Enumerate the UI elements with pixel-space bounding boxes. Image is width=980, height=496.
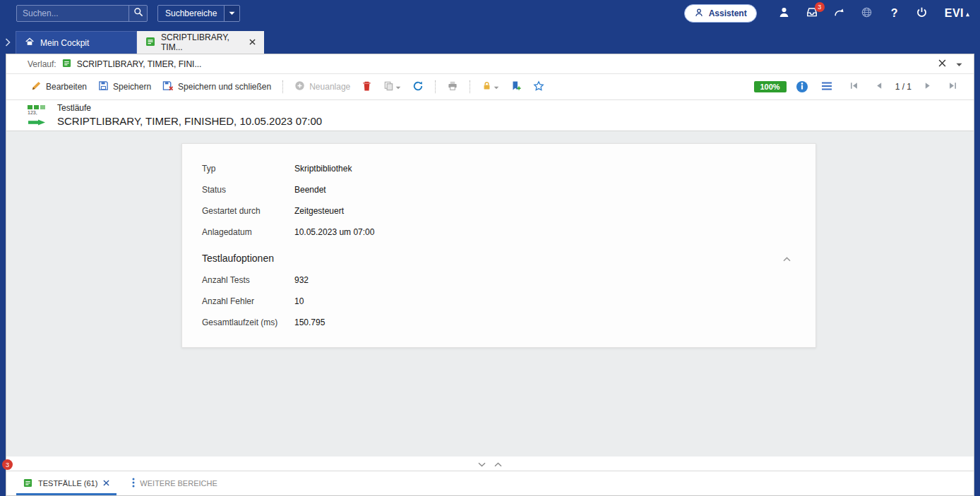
corner-notification-badge[interactable]: 3 — [2, 459, 13, 470]
lock-icon — [482, 80, 492, 93]
print-button — [443, 78, 462, 96]
last-page-icon — [948, 81, 957, 92]
globe-button[interactable] — [859, 6, 875, 21]
field-label: Anzahl Tests — [202, 275, 294, 285]
chevron-down-icon — [395, 82, 401, 92]
testrun-tab-icon — [145, 37, 155, 49]
section-title: Testlaufoptionen — [202, 253, 274, 264]
close-history-button[interactable] — [938, 59, 946, 69]
copy-icon — [383, 80, 394, 93]
info-icon — [801, 82, 803, 92]
lock-dropdown-button[interactable] — [478, 78, 503, 96]
search-input[interactable] — [17, 8, 129, 18]
assistant-button[interactable]: Assistent — [684, 4, 757, 23]
assistant-label: Assistent — [709, 8, 747, 18]
collapse-down-button[interactable] — [478, 457, 486, 470]
field-label: Anlagedatum — [202, 227, 294, 237]
close-icon — [249, 37, 256, 47]
field-label: Gesamtlaufzeit (ms) — [202, 317, 294, 327]
delete-button[interactable] — [358, 78, 376, 97]
info-button[interactable] — [796, 81, 808, 92]
last-page-button[interactable] — [945, 78, 961, 95]
copy-dropdown-button[interactable] — [380, 78, 405, 96]
zoom-level-badge[interactable]: 100% — [754, 81, 787, 92]
printer-icon — [447, 80, 458, 93]
more-areas-label: WEITERE BEREICHE — [140, 479, 217, 488]
record-content-area: Typ Skriptbibliothek Status Beendet Gest… — [6, 131, 974, 456]
chevron-up-icon — [783, 252, 791, 265]
record-pagination: 1 / 1 — [846, 78, 961, 95]
record-toolbar: Bearbeiten Speichern Speichern und schli… — [6, 74, 974, 100]
expand-up-button[interactable] — [494, 457, 502, 470]
history-controls — [938, 59, 967, 69]
brand-mark-icon — [965, 7, 970, 20]
field-value: Beendet — [294, 185, 326, 195]
field-value: 10.05.2023 um 07:00 — [294, 227, 374, 237]
save-close-label: Speichern und schließen — [178, 82, 271, 92]
record-icon-squares — [28, 105, 49, 109]
record-header: 123, Testläufe SCRIPTLIBRARY, TIMER, FIN… — [6, 100, 974, 131]
redo-button[interactable] — [832, 6, 847, 21]
next-page-icon — [924, 81, 932, 92]
search-icon — [133, 7, 143, 20]
field-value: 932 — [294, 275, 309, 285]
close-tab-button[interactable] — [103, 479, 109, 488]
edit-button[interactable]: Bearbeiten — [28, 78, 90, 96]
more-areas-button[interactable]: WEITERE BEREICHE — [132, 478, 217, 489]
active-tab-underline — [16, 493, 116, 495]
chevron-down-icon — [224, 6, 239, 21]
help-button[interactable]: ? — [887, 6, 902, 21]
record-icon-digits: 123, — [28, 110, 49, 116]
record-title: SCRIPTLIBRARY, TIMER, FINISHED, 10.05.20… — [57, 114, 322, 128]
application-window: Suchbereiche Assistent 3 — [0, 0, 980, 496]
bookmark-add-button[interactable] — [507, 78, 525, 97]
field-value: Zeitgesteuert — [294, 206, 344, 216]
field-row: Typ Skriptbibliothek — [202, 158, 796, 179]
pencil-icon — [31, 80, 42, 93]
close-icon — [938, 59, 946, 69]
prev-page-button[interactable] — [871, 78, 886, 95]
bottom-tab-bar: TESTFÄLLE (61) WEITERE BEREICHE — [6, 471, 974, 495]
user-button[interactable] — [777, 6, 792, 21]
menu-button[interactable] — [818, 79, 836, 95]
toolbar-separator — [470, 80, 470, 93]
user-icon — [778, 6, 790, 21]
chevron-down-icon — [494, 82, 499, 92]
search-areas-dropdown[interactable]: Suchbereiche — [157, 5, 240, 22]
star-icon — [533, 80, 544, 94]
detail-card: Typ Skriptbibliothek Status Beendet Gest… — [181, 143, 816, 348]
field-row: Anlagedatum 10.05.2023 um 07:00 — [202, 222, 796, 243]
globe-icon — [861, 6, 873, 21]
save-and-close-button[interactable]: Speichern und schließen — [159, 78, 275, 96]
toolbar-right-group: 100% — [754, 78, 966, 95]
tab-mein-cockpit[interactable]: Mein Cockpit — [16, 31, 137, 54]
section-header-testlaufoptionen: Testlaufoptionen — [202, 252, 796, 265]
tab-scriptlibrary[interactable]: SCRIPTLIBRARY, TIM... — [137, 31, 264, 54]
prev-page-icon — [875, 81, 883, 92]
new-record-label: Neuanlage — [309, 82, 350, 92]
field-label: Typ — [202, 164, 294, 174]
collapse-section-button[interactable] — [783, 252, 791, 265]
expand-sidebar-button[interactable] — [0, 31, 16, 54]
field-row: Gesamtlaufzeit (ms) 150.795 — [202, 312, 796, 333]
home-icon — [25, 37, 35, 49]
favorite-star-button[interactable] — [530, 78, 548, 97]
refresh-icon — [412, 80, 424, 94]
next-page-button[interactable] — [921, 78, 936, 95]
power-icon — [916, 6, 928, 21]
tab-testfaelle[interactable]: TESTFÄLLE (61) — [16, 471, 116, 495]
toolbar-separator — [435, 80, 436, 93]
inbox-button[interactable]: 3 — [804, 6, 820, 21]
refresh-button[interactable] — [409, 78, 427, 97]
logout-button[interactable] — [914, 6, 930, 21]
vertical-dots-icon — [132, 478, 135, 489]
save-button[interactable]: Speichern — [95, 78, 155, 96]
document-tab-bar: Mein Cockpit SCRIPTLIBRARY, TIM... — [0, 27, 980, 54]
close-icon — [103, 479, 109, 488]
close-tab-button[interactable] — [249, 37, 256, 47]
history-entry[interactable]: SCRIPTLIBRARY, TIMER, FINI... — [77, 59, 202, 69]
global-search — [16, 5, 148, 22]
first-page-button[interactable] — [846, 78, 862, 95]
search-button[interactable] — [129, 6, 147, 21]
history-dropdown-button[interactable] — [956, 59, 962, 69]
